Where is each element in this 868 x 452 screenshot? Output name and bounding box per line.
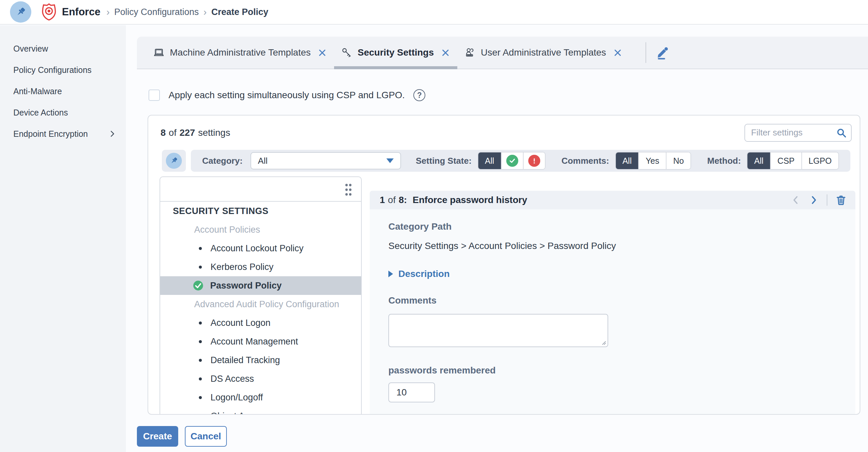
description-toggle[interactable]: Description [389,268,855,279]
setting-of: of [388,195,396,205]
search-icon[interactable] [836,127,847,138]
alert-circle-icon [528,155,540,167]
bullet-icon [199,415,202,415]
comments-textarea[interactable] [389,314,608,347]
setting-detail-body: Category Path Security Settings > Accoun… [370,209,855,414]
bullet-icon [199,322,202,325]
passwords-remembered-input[interactable] [389,382,435,402]
chevron-left-icon previous-setting-button[interactable] [791,195,801,205]
cancel-button[interactable]: Cancel [185,426,227,447]
tree-item-password-policy[interactable]: Password Policy [160,276,361,295]
pin-filters-button[interactable] [162,150,186,172]
comments-textarea-wrap [389,314,608,347]
page-title: Enforce [62,6,100,18]
tree-item-detailed-tracking[interactable]: Detailed Tracking [160,351,361,369]
setting-state-all-button[interactable]: All [478,153,501,169]
sidebar-item-label: Device Actions [13,108,68,118]
sidebar-item-label: Anti-Malware [13,87,62,96]
tree-item-account-lockout-policy[interactable]: Account Lockout Policy [160,239,361,258]
bullet-icon [199,378,202,381]
tree-item-object-access[interactable]: Object Access [160,407,361,415]
create-button[interactable]: Create [137,426,178,447]
tree-item-account-management[interactable]: Account Management [160,332,361,351]
chevron-right-icon next-setting-button[interactable] [809,195,819,205]
sidebar-item-label: Endpoint Encryption [13,129,88,139]
tab-label: User Administrative Templates [481,47,606,58]
close-icon[interactable] [613,48,622,57]
pushpin-icon [166,153,182,169]
trash-icon delete-setting-button[interactable] [835,194,847,206]
users-icon [465,47,475,58]
footer-actions: Create Cancel [137,426,227,447]
filter-settings-input[interactable] [744,124,852,142]
sidebar-item-label: Policy Configurations [13,65,92,75]
breadcrumb-separator: › [106,7,110,18]
tree-item-label: Password Policy [210,281,282,291]
sidebar-item-overview[interactable]: Overview [0,38,126,59]
top-bar: Enforce › Policy Configurations › Create… [0,0,868,25]
category-filter-label: Category: [202,156,243,166]
tree-category-account-policies: Account Policies [160,220,361,239]
tree-item-label: Object Access [211,411,268,415]
tree-item-label: Detailed Tracking [211,355,280,365]
comments-no-button[interactable]: No [666,153,690,169]
setting-state-configured-button[interactable] [501,153,523,169]
settings-panel: 8 of 227 settings [148,115,860,415]
settings-panel-header: 8 of 227 settings [148,116,860,150]
method-lgpo-button[interactable]: LGPO [801,153,838,169]
settings-tree-panel: SECURITY SETTINGS Account Policies Accou… [159,176,362,415]
settings-count-suffix: settings [198,127,230,138]
sidebar-item-anti-malware[interactable]: Anti-Malware [0,80,126,102]
check-circle-icon [193,280,204,291]
drag-handle-icon [344,183,353,197]
method-all-button[interactable]: All [747,153,770,169]
tab-bar-divider [646,42,646,63]
tab-security-settings[interactable]: Security Settings [334,37,457,69]
sidebar-item-endpoint-encryption[interactable]: Endpoint Encryption [0,123,126,144]
settings-count-current: 8 [160,127,166,138]
setting-total: 8: [399,195,407,205]
breadcrumb-create-policy: Create Policy [211,7,268,17]
setting-state-error-button[interactable] [523,153,545,169]
comments-all-button[interactable]: All [616,153,639,169]
bullet-icon [199,340,202,343]
tab-user-administrative-templates[interactable]: User Administrative Templates [457,37,629,69]
edit-tabs-button[interactable] [655,45,670,60]
breadcrumb: › Policy Configurations › Create Policy [106,7,268,18]
setting-position: 1 of 8: Enforce password history [380,195,527,205]
comments-filter-label: Comments: [562,156,609,166]
category-dropdown[interactable]: All [250,152,401,169]
laptop-icon [154,47,164,58]
tree-item-ds-access[interactable]: DS Access [160,369,361,388]
sidebar-pin-button[interactable] [10,1,31,23]
tree-item-kerberos-policy[interactable]: Kerberos Policy [160,258,361,276]
resize-handle-icon[interactable] [600,340,606,345]
close-icon[interactable] [441,48,450,57]
tree-item-label: Account Lockout Policy [211,243,304,254]
bullet-icon [199,396,202,399]
tree-category-advanced-audit-policy-configuration: Advanced Audit Policy Configuration [160,295,361,314]
settings-count-of: of [169,127,177,138]
question-circle-icon[interactable]: ? [413,89,425,101]
sidebar-item-device-actions[interactable]: Device Actions [0,102,126,123]
method-csp-button[interactable]: CSP [770,153,801,169]
close-icon[interactable] [318,48,327,57]
check-circle-icon [506,155,518,167]
pushpin-icon [15,6,26,18]
tree-item-label: Account Management [211,336,298,347]
setting-state-filter-label: Setting State: [416,156,472,166]
sidebar-item-policy-configurations[interactable]: Policy Configurations [0,59,126,80]
breadcrumb-policy-configurations[interactable]: Policy Configurations [114,7,199,17]
description-toggle-label: Description [398,268,450,279]
policy-tab-bar: Machine Administrative Templates Securit… [137,37,868,69]
tree-item-label: Logon/Logoff [211,392,263,403]
settings-count-total: 227 [180,127,195,138]
tree-item-account-logon[interactable]: Account Logon [160,314,361,332]
apply-csp-lgpo-checkbox[interactable] [149,90,160,101]
comments-yes-button[interactable]: Yes [638,153,666,169]
breadcrumb-separator: › [204,7,207,18]
tree-drag-handle[interactable] [160,177,361,202]
method-segmented-control: All CSP LGPO [747,152,839,170]
tree-item-logon-logoff[interactable]: Logon/Logoff [160,388,361,407]
tab-machine-administrative-templates[interactable]: Machine Administrative Templates [146,37,334,69]
